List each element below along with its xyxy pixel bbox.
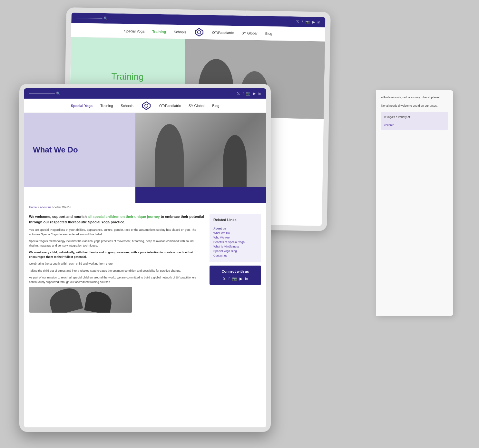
search-area-front[interactable]: 🔍 [29, 92, 61, 96]
nav-schools-front[interactable]: Schools [121, 104, 133, 108]
main-content: We welcome, support and nourish all spec… [29, 214, 210, 313]
sidebar: Related Links About us What We Do Who We… [210, 214, 261, 313]
wwdo-hero: What We Do [24, 113, 266, 187]
related-link-mindfulness[interactable]: What is Mindfulness [213, 245, 257, 248]
right-panel-box1: k Yoga's e variety of children [381, 112, 448, 130]
para3: Celebrating the strength within each chi… [29, 262, 204, 266]
breadcrumb-current: What We Do [55, 206, 71, 209]
search-area-back[interactable]: 🔍 [76, 16, 108, 21]
related-links-title: Related Links [213, 218, 257, 222]
facebook-icon-front[interactable]: f [242, 92, 243, 95]
related-link-contact[interactable]: Contact us [213, 254, 257, 257]
connect-icons: 𝕏 f 📷 ▶ in [213, 277, 257, 281]
bottom-photo [29, 287, 132, 313]
nav-schools-back[interactable]: Schools [174, 30, 186, 34]
related-link-benefits[interactable]: Benefits of Special Yoga [213, 240, 257, 244]
wwdo-hero-left: What We Do [24, 113, 135, 187]
bold-para: We meet every child, individually, with … [29, 250, 204, 259]
logo-back [194, 27, 205, 37]
svg-point-1 [198, 31, 201, 34]
nav-ot-back[interactable]: OT/Paediatric [212, 30, 234, 34]
connect-facebook[interactable]: f [229, 277, 230, 281]
nav-ot-front[interactable]: OT/Paediatric [159, 104, 181, 108]
right-panel-content: e Professionals, raduates may mbership l… [376, 90, 453, 138]
tablet-front: 🔍 𝕏 f 📷 ▶ in Special Yoga Training Schoo… [19, 84, 271, 432]
main-nav-front: Special Yoga Training Schools OT/Paediat… [24, 99, 266, 113]
related-links-box: Related Links About us What We Do Who We… [210, 214, 261, 262]
wwdo-hero-right [135, 113, 266, 187]
purple-bar [135, 187, 266, 203]
breadcrumb-about[interactable]: About us [40, 206, 52, 209]
search-icon-front[interactable]: 🔍 [56, 92, 61, 96]
intro-paragraph: We welcome, support and nourish all spec… [29, 214, 204, 225]
linkedin-icon-back[interactable]: in [318, 20, 320, 24]
breadcrumb-sep2: > [52, 206, 55, 209]
connect-instagram[interactable]: 📷 [232, 277, 237, 281]
connect-linkedin[interactable]: in [245, 277, 248, 281]
nav-training-back[interactable]: Training [152, 29, 166, 34]
instagram-icon-back[interactable]: 📷 [305, 20, 310, 24]
content-area: We welcome, support and nourish all spec… [24, 211, 266, 315]
para1: You are special. Regardless of your abil… [29, 228, 204, 237]
twitter-icon-back[interactable]: 𝕏 [296, 20, 299, 24]
nav-blog-front[interactable]: Blog [212, 104, 219, 108]
nav-syglobal-back[interactable]: SY Global [241, 31, 258, 35]
linkedin-icon-front[interactable]: in [258, 92, 261, 95]
instagram-icon-front[interactable]: 📷 [246, 92, 250, 96]
right-panel-para2: itional needs d welcome you d on our urs… [381, 104, 448, 108]
search-line-front [29, 93, 55, 94]
nav-special-yoga-front[interactable]: Special Yoga [71, 104, 93, 108]
para4: Taking the child out of stress and into … [29, 269, 204, 273]
nav-training-front[interactable]: Training [100, 104, 113, 108]
youtube-icon-back[interactable]: ▶ [312, 20, 315, 24]
related-link-whoweare[interactable]: Who We Are [213, 236, 257, 239]
logo-front [141, 101, 152, 111]
topbar-front: 🔍 𝕏 f 📷 ▶ in [24, 88, 266, 99]
breadcrumb-home[interactable]: Home [29, 206, 37, 209]
right-panel: e Professionals, raduates may mbership l… [376, 90, 453, 316]
related-link-wwdo[interactable]: What We Do [213, 231, 257, 235]
para2: Special Yoga's methodology includes the … [29, 239, 204, 248]
connect-box: Connect with us 𝕏 f 📷 ▶ in [210, 266, 261, 285]
svg-point-3 [145, 104, 148, 107]
nav-syglobal-front[interactable]: SY Global [189, 104, 204, 108]
nav-special-yoga-back[interactable]: Special Yoga [124, 29, 145, 33]
intro-highlight: all special children on their unique jou… [88, 215, 160, 219]
right-panel-para1: e Professionals, raduates may mbership l… [381, 95, 448, 100]
search-line [76, 18, 102, 18]
breadcrumb: Home > About us > What We Do [24, 203, 266, 211]
related-link-blog[interactable]: Special Yoga Blog [213, 249, 257, 253]
social-icons-back: 𝕏 f 📷 ▶ in [296, 20, 320, 24]
related-links-divider [213, 224, 233, 224]
connect-title: Connect with us [213, 269, 257, 273]
right-panel-link1[interactable]: children [384, 123, 445, 127]
wwdo-photo [135, 113, 266, 187]
connect-youtube[interactable]: ▶ [240, 277, 242, 281]
right-panel-box1-text: k Yoga's e variety of [384, 115, 445, 120]
search-icon-back[interactable]: 🔍 [103, 16, 108, 20]
breadcrumb-sep1: > [38, 206, 40, 209]
facebook-icon-back[interactable]: f [302, 20, 303, 24]
connect-twitter[interactable]: 𝕏 [223, 277, 226, 281]
intro-text: We welcome, support and nourish [29, 215, 88, 219]
related-link-about[interactable]: About us [213, 227, 257, 230]
twitter-icon-front[interactable]: 𝕏 [237, 92, 240, 96]
nav-blog-back[interactable]: Blog [265, 31, 272, 35]
social-icons-front: 𝕏 f 📷 ▶ in [237, 92, 261, 96]
training-title: Training [111, 71, 144, 82]
youtube-icon-front[interactable]: ▶ [253, 92, 256, 96]
para5: As part of our mission to reach all spec… [29, 276, 204, 284]
wwdo-title: What We Do [33, 145, 78, 154]
